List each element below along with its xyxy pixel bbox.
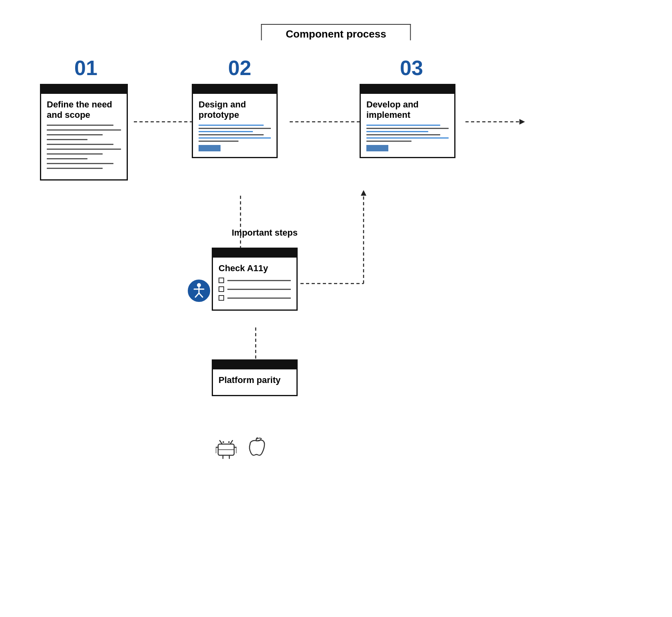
svg-line-20 bbox=[220, 440, 222, 444]
step-2-card-header bbox=[193, 85, 276, 94]
step-3-title: Develop and implement bbox=[366, 99, 449, 121]
checkbox-2 bbox=[219, 286, 224, 292]
platform-wrapper: Platform parity bbox=[212, 359, 300, 396]
line bbox=[47, 168, 103, 169]
ally-wrapper: Check A11y bbox=[212, 248, 300, 311]
svg-point-23 bbox=[228, 441, 230, 443]
step-3-wrapper: 03 Develop and implement bbox=[360, 56, 463, 158]
line bbox=[366, 131, 428, 132]
platform-card-body: Platform parity bbox=[213, 369, 296, 395]
line bbox=[199, 131, 253, 132]
step-2-wrapper: 02 Design and prototype bbox=[192, 56, 288, 158]
line bbox=[47, 125, 113, 126]
line bbox=[366, 128, 449, 129]
platform-icons bbox=[216, 435, 266, 459]
line bbox=[47, 129, 121, 131]
step-1-number: 01 bbox=[40, 56, 132, 80]
important-steps-label: Important steps bbox=[232, 228, 298, 238]
line bbox=[47, 134, 103, 135]
line bbox=[199, 128, 271, 129]
step-2-card: Design and prototype bbox=[192, 84, 278, 158]
check-text-line-3 bbox=[227, 298, 291, 299]
step-1-lines bbox=[47, 125, 121, 171]
ally-card-header bbox=[213, 249, 296, 258]
line bbox=[366, 125, 440, 126]
line bbox=[47, 153, 103, 155]
line bbox=[47, 144, 113, 145]
line bbox=[47, 149, 121, 150]
platform-title: Platform parity bbox=[219, 375, 291, 385]
check-text-line-1 bbox=[227, 280, 291, 281]
checkbox-1 bbox=[219, 278, 224, 283]
step-2-title: Design and prototype bbox=[199, 99, 271, 121]
svg-line-21 bbox=[230, 440, 233, 444]
step-1-card-header bbox=[41, 85, 127, 94]
svg-point-22 bbox=[223, 441, 224, 443]
line bbox=[199, 134, 264, 135]
ally-title: Check A11y bbox=[219, 263, 291, 274]
line bbox=[199, 137, 271, 139]
line bbox=[199, 141, 239, 142]
ally-card-body: Check A11y bbox=[213, 258, 296, 309]
step-3-blue-rect bbox=[366, 145, 388, 151]
step-3-number: 03 bbox=[360, 56, 463, 80]
diagram-title: Component process bbox=[286, 28, 386, 40]
check-line-2 bbox=[219, 286, 291, 292]
line bbox=[366, 137, 449, 139]
title-box: Component process bbox=[261, 24, 411, 40]
android-icon bbox=[216, 435, 237, 459]
step-2-card-body: Design and prototype bbox=[193, 94, 276, 157]
platform-card: Platform parity bbox=[212, 359, 298, 396]
step-2-number: 02 bbox=[192, 56, 288, 80]
ally-card: Check A11y bbox=[212, 248, 298, 311]
step-2-lines bbox=[199, 125, 271, 142]
step-3-card-header bbox=[361, 85, 454, 94]
step-3-card-body: Develop and implement bbox=[361, 94, 454, 157]
step-1-title: Define the need and scope bbox=[47, 99, 121, 121]
step-1-wrapper: 01 Define the need and scope bbox=[40, 56, 132, 181]
step-1-card-body: Define the need and scope bbox=[41, 94, 127, 179]
line bbox=[47, 163, 113, 164]
diagram-container: Component process 01 Define the need and… bbox=[32, 24, 640, 593]
check-line-1 bbox=[219, 278, 291, 283]
step-3-lines bbox=[366, 125, 449, 142]
platform-card-header bbox=[213, 361, 296, 369]
step-1-card: Define the need and scope bbox=[40, 84, 128, 181]
line bbox=[199, 125, 264, 126]
line bbox=[47, 158, 87, 159]
step-3-card: Develop and implement bbox=[360, 84, 455, 158]
svg-marker-5 bbox=[519, 119, 525, 125]
svg-marker-10 bbox=[361, 190, 366, 196]
checkbox-3 bbox=[219, 295, 224, 301]
line bbox=[47, 139, 87, 140]
step-2-blue-rect bbox=[199, 145, 221, 151]
line bbox=[366, 134, 440, 135]
check-text-line-2 bbox=[227, 289, 291, 290]
accessibility-icon bbox=[188, 280, 210, 302]
check-line-3 bbox=[219, 295, 291, 301]
line bbox=[366, 141, 412, 142]
apple-icon bbox=[246, 435, 266, 459]
